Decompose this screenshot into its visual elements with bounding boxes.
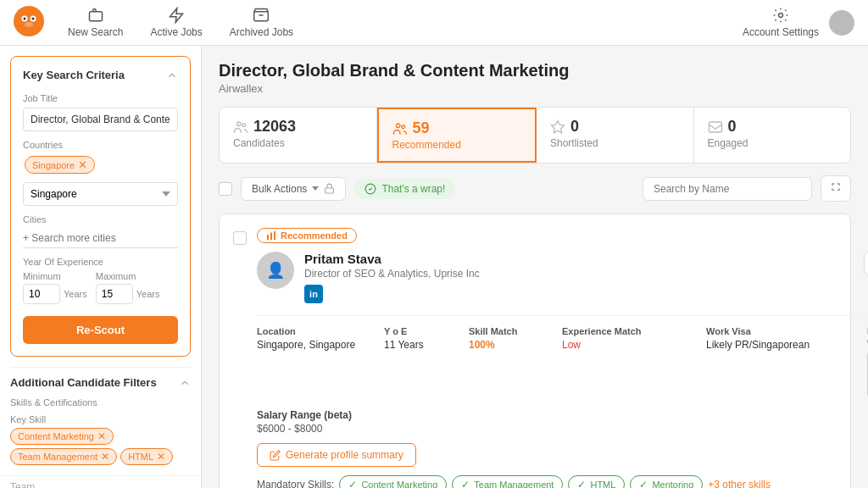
nav-archived-jobs[interactable]: Archived Jobs (230, 7, 293, 38)
nav-active-jobs[interactable]: Active Jobs (150, 7, 202, 38)
svg-point-0 (14, 6, 44, 36)
section-header: Key Search Criteria (23, 69, 178, 81)
left-sidebar: Key Search Criteria Job Title Countries … (0, 46, 202, 488)
candidate-avatar: 👤 (257, 252, 294, 289)
company-name: Airwallex (219, 82, 851, 95)
wrap-badge[interactable]: That's a wrap! (354, 179, 455, 199)
svg-point-5 (25, 22, 33, 27)
skill-mentoring: ✓ Mentoring (630, 475, 703, 488)
edit-icon (270, 450, 281, 461)
stats-row: 12063 Candidates 59 Recommended 0 Shortl… (219, 107, 851, 164)
right-content: Director, Global Brand & Content Marketi… (202, 46, 868, 488)
yoe-max-input[interactable] (96, 284, 133, 304)
detail-visa: Work Visa Likely PR/Singaporean (706, 326, 859, 399)
detail-experience: Experience Match Low (562, 326, 698, 399)
people-icon (233, 119, 248, 135)
stat-shortlisted[interactable]: 0 Shortlisted (537, 108, 694, 163)
yoe-max-unit: Years (136, 289, 160, 299)
skill-tag-team-management[interactable]: Team Management ✕ (10, 448, 117, 465)
city-search-input[interactable] (23, 229, 178, 248)
key-skill-label: Key Skill (10, 414, 191, 424)
salary-section: Salary Range (beta) $6000 - $8000 (257, 409, 868, 435)
stat-candidates[interactable]: 12063 Candidates (220, 108, 377, 163)
yoe-max-group: Maximum Years (96, 271, 160, 304)
star-icon (550, 119, 565, 135)
skill-tag-html[interactable]: HTML ✕ (120, 448, 173, 465)
country-select[interactable]: Singapore (23, 182, 178, 206)
card-checkbox[interactable] (233, 231, 247, 245)
chevron-up-filter-icon[interactable] (179, 377, 191, 389)
recommended-badge: Recommended (257, 228, 357, 243)
nav-new-search[interactable]: New Search (68, 7, 123, 38)
search-name-input[interactable] (643, 177, 812, 201)
remove-country-icon[interactable]: ✕ (78, 158, 87, 171)
skill-html: ✓ HTML (568, 475, 625, 488)
svg-point-8 (778, 14, 782, 18)
logo[interactable] (14, 6, 44, 39)
job-title: Director, Global Brand & Content Marketi… (219, 61, 851, 80)
skill-team-management: ✓ Team Management (452, 475, 563, 488)
yoe-min-unit: Years (64, 289, 87, 299)
remove-skill-icon[interactable]: ✕ (97, 430, 106, 442)
svg-rect-14 (709, 122, 721, 132)
skills-more[interactable]: +3 other skills (708, 479, 771, 488)
additional-filters-section: Additional Candidate Filters Skills & Ce… (10, 367, 191, 465)
mail-icon (708, 119, 723, 135)
search-expand-button[interactable] (821, 175, 851, 202)
cities-label: Cities (23, 214, 178, 225)
account-settings[interactable]: Account Settings (743, 7, 819, 38)
countries-label: Countries (23, 140, 178, 150)
yoe-min-input[interactable] (23, 284, 60, 304)
generate-summary-button[interactable]: Generate profile summary (257, 443, 416, 467)
expand-icon (830, 181, 842, 193)
skill-content-marketing: ✓ Content Marketing (339, 475, 447, 488)
skill-tag-content-marketing[interactable]: Content Marketing ✕ (10, 428, 114, 445)
svg-rect-17 (267, 235, 269, 240)
mandatory-skills-row: Mandatory Skills: ✓ Content Marketing ✓ … (257, 475, 868, 488)
skill-tags: Content Marketing ✕ Team Management ✕ HT… (10, 428, 191, 465)
svg-marker-13 (552, 120, 565, 132)
select-all-checkbox[interactable] (219, 182, 232, 196)
nav-items: New Search Active Jobs Archived Jobs (68, 7, 293, 38)
user-avatar[interactable] (829, 10, 854, 36)
linkedin-icon[interactable]: in (304, 285, 323, 303)
svg-point-10 (242, 123, 246, 126)
rescout-button[interactable]: Re-Scout (23, 316, 178, 344)
candidate-title: Director of SEO & Analytics, Uprise Inc (304, 268, 864, 280)
country-tag[interactable]: Singapore ✕ (25, 156, 95, 174)
bar-chart-icon (266, 230, 276, 241)
key-search-criteria-section: Key Search Criteria Job Title Countries … (10, 56, 191, 357)
stat-recommended[interactable]: 59 Recommended (377, 108, 537, 163)
remove-skill-icon[interactable]: ✕ (157, 451, 165, 463)
top-nav: New Search Active Jobs Archived Jobs Acc… (0, 0, 868, 46)
svg-point-11 (396, 124, 400, 128)
skills-certifications-label: Skills & Certifications (10, 397, 191, 408)
stat-engaged[interactable]: 0 Engaged (694, 108, 851, 163)
svg-rect-6 (89, 12, 102, 21)
chevron-up-icon[interactable] (166, 69, 178, 81)
candidate-name: Pritam Stava (304, 252, 864, 266)
shortlist-button[interactable]: Shortlist (864, 252, 868, 275)
candidate-card: Recommended 👤 Pritam Stava Director of S… (219, 214, 851, 488)
toolbar: Bulk Actions That's a wrap! (219, 175, 851, 202)
detail-yoe: Y o E 11 Years (384, 326, 460, 399)
job-title-label: Job Title (23, 93, 178, 103)
svg-point-3 (24, 18, 26, 20)
lock-icon (324, 183, 335, 194)
remove-skill-icon[interactable]: ✕ (101, 451, 109, 463)
detail-skill-match: Skill Match 100% (469, 326, 554, 399)
svg-rect-7 (254, 12, 269, 21)
svg-point-12 (401, 125, 404, 128)
job-title-input[interactable] (23, 108, 178, 131)
svg-rect-15 (326, 188, 334, 193)
yoe-label: Year Of Experience (23, 257, 178, 267)
svg-point-4 (32, 18, 35, 20)
chevron-down-icon (312, 186, 319, 191)
svg-rect-18 (270, 233, 272, 241)
yoe-min-group: Minimum Years (23, 271, 87, 304)
svg-rect-19 (274, 231, 275, 240)
bulk-actions-button[interactable]: Bulk Actions (241, 177, 346, 201)
detail-location: Location Singapore, Singapore (257, 326, 376, 399)
team-footer: Team (0, 475, 201, 488)
svg-point-9 (237, 122, 242, 126)
